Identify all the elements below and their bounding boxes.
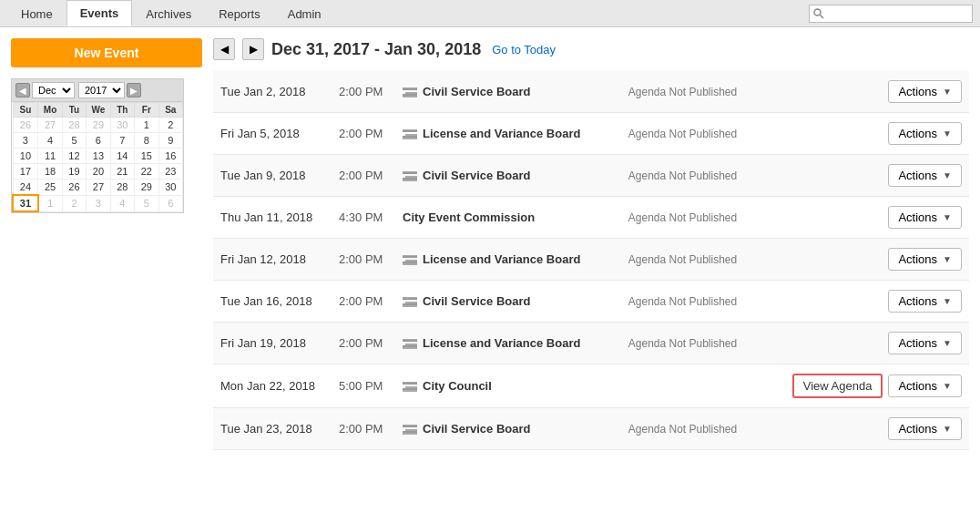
cal-day-cell[interactable]: 19: [62, 164, 86, 180]
cal-day-cell[interactable]: 4: [110, 195, 134, 211]
event-status: Agenda Not Published: [621, 323, 785, 364]
cal-day-cell[interactable]: 22: [135, 164, 158, 180]
cal-day-cell[interactable]: 29: [135, 180, 158, 196]
cal-prev-button[interactable]: ◀: [15, 83, 30, 97]
calendar-header: ◀ JanFebMarApr MayJunJulAug SepOctNovDec…: [12, 79, 183, 102]
nav-tab-admin[interactable]: Admin: [274, 0, 335, 26]
event-name-cell: Civil Service Board: [395, 71, 621, 113]
cal-day-cell[interactable]: 26: [13, 118, 38, 133]
event-name: Civil Service Board: [403, 169, 614, 182]
cal-day-cell[interactable]: 20: [87, 164, 110, 180]
event-name: Civil Service Board: [403, 85, 614, 98]
cal-day-cell[interactable]: 11: [38, 149, 62, 164]
event-time: 2:00 PM: [332, 323, 395, 364]
cal-day-cell[interactable]: 29: [87, 118, 110, 133]
cal-day-cell[interactable]: 2: [158, 118, 183, 133]
cal-day-cell[interactable]: 18: [38, 164, 62, 180]
cal-day-cell[interactable]: 1: [38, 195, 62, 211]
go-to-today-link[interactable]: Go to Today: [492, 43, 556, 56]
cal-day-header: Sa: [158, 103, 183, 118]
events-table: Tue Jan 2, 20182:00 PM Civil Service Boa…: [213, 71, 969, 450]
event-list-icon: [403, 87, 417, 97]
event-list-icon: [403, 170, 417, 181]
event-time: 2:00 PM: [332, 155, 395, 197]
search-icon: [813, 8, 824, 19]
cal-day-cell[interactable]: 6: [158, 195, 183, 211]
nav-tab-events[interactable]: Events: [66, 0, 133, 26]
cal-day-cell[interactable]: 8: [135, 133, 158, 149]
event-actions-cell: View AgendaActions▼: [785, 364, 969, 408]
cal-next-button[interactable]: ▶: [127, 83, 141, 97]
cal-day-cell[interactable]: 4: [38, 133, 62, 149]
cal-day-cell[interactable]: 15: [135, 149, 158, 164]
cal-day-cell[interactable]: 31: [13, 195, 38, 211]
cal-day-cell[interactable]: 1: [135, 118, 158, 133]
cal-day-cell[interactable]: 5: [62, 133, 86, 149]
event-name-text: Civil Service Board: [423, 85, 531, 98]
actions-button[interactable]: Actions▼: [888, 80, 962, 103]
cal-day-cell[interactable]: 25: [38, 180, 62, 196]
event-time: 2:00 PM: [332, 281, 395, 323]
view-agenda-button[interactable]: View Agenda: [792, 374, 883, 398]
event-list-icon: [403, 338, 417, 349]
cal-day-cell[interactable]: 30: [158, 180, 183, 196]
event-row: Tue Jan 23, 20182:00 PM Civil Service Bo…: [213, 408, 969, 450]
cal-day-cell[interactable]: 21: [110, 164, 134, 180]
nav-tab-reports[interactable]: Reports: [205, 0, 274, 26]
cal-day-cell[interactable]: 6: [87, 133, 110, 149]
event-name-cell: Civil Service Board: [395, 408, 621, 450]
actions-button[interactable]: Actions▼: [888, 290, 962, 313]
actions-label: Actions: [898, 336, 937, 350]
cal-day-cell[interactable]: 28: [62, 118, 86, 133]
cal-day-cell[interactable]: 12: [62, 149, 86, 164]
cal-month-select[interactable]: JanFebMarApr MayJunJulAug SepOctNovDec: [32, 82, 75, 98]
cal-day-cell[interactable]: 28: [110, 180, 134, 196]
new-event-button[interactable]: New Event: [11, 38, 202, 67]
cal-day-cell[interactable]: 17: [13, 164, 38, 180]
cal-day-cell[interactable]: 5: [135, 195, 158, 211]
actions-button[interactable]: Actions▼: [888, 122, 962, 145]
event-actions-cell: Actions▼: [785, 71, 969, 113]
nav-tab-home[interactable]: Home: [7, 0, 66, 26]
cal-day-cell[interactable]: 3: [13, 133, 38, 149]
cal-day-header: Tu: [62, 103, 86, 118]
cal-day-cell[interactable]: 26: [62, 180, 86, 196]
chevron-down-icon: ▼: [943, 212, 952, 222]
event-status: Agenda Not Published: [621, 408, 785, 450]
event-actions-cell: Actions▼: [785, 197, 969, 239]
cal-day-header: Th: [110, 103, 134, 118]
event-status: Agenda Not Published: [621, 71, 785, 113]
cal-day-cell[interactable]: 30: [110, 118, 134, 133]
actions-button[interactable]: Actions▼: [888, 332, 962, 354]
actions-button[interactable]: Actions▼: [888, 248, 962, 271]
event-date: Fri Jan 19, 2018: [213, 323, 332, 364]
cal-year-select[interactable]: 20152016201720182019: [78, 82, 125, 98]
actions-button[interactable]: Actions▼: [888, 374, 962, 397]
cal-day-cell[interactable]: 10: [13, 149, 38, 164]
event-status: Agenda Not Published: [621, 197, 785, 239]
prev-range-button[interactable]: ◀: [213, 38, 235, 60]
cal-day-cell[interactable]: 2: [62, 195, 86, 211]
sidebar: New Event ◀ JanFebMarApr MayJunJulAug Se…: [11, 38, 202, 502]
event-name-text: City Council: [423, 379, 492, 393]
nav-tab-archives[interactable]: Archives: [132, 0, 205, 26]
cal-day-cell[interactable]: 16: [158, 149, 183, 164]
actions-button[interactable]: Actions▼: [888, 206, 962, 229]
next-range-button[interactable]: ▶: [242, 38, 264, 60]
event-name-text: City Event Commission: [403, 210, 535, 224]
cal-day-cell[interactable]: 7: [110, 133, 134, 149]
event-name: License and Variance Board: [403, 252, 614, 266]
cal-day-cell[interactable]: 24: [13, 180, 38, 196]
cal-day-cell[interactable]: 3: [87, 195, 110, 211]
cal-day-cell[interactable]: 9: [158, 133, 183, 149]
actions-button[interactable]: Actions▼: [888, 164, 962, 187]
cal-day-cell[interactable]: 27: [38, 118, 62, 133]
cal-day-cell[interactable]: 23: [158, 164, 183, 180]
event-name-text: License and Variance Board: [423, 336, 580, 350]
actions-button[interactable]: Actions▼: [888, 417, 962, 440]
main-area: New Event ◀ JanFebMarApr MayJunJulAug Se…: [0, 27, 980, 513]
search-input[interactable]: [809, 5, 973, 23]
cal-day-cell[interactable]: 14: [110, 149, 134, 164]
cal-day-cell[interactable]: 27: [87, 180, 110, 196]
cal-day-cell[interactable]: 13: [87, 149, 110, 164]
